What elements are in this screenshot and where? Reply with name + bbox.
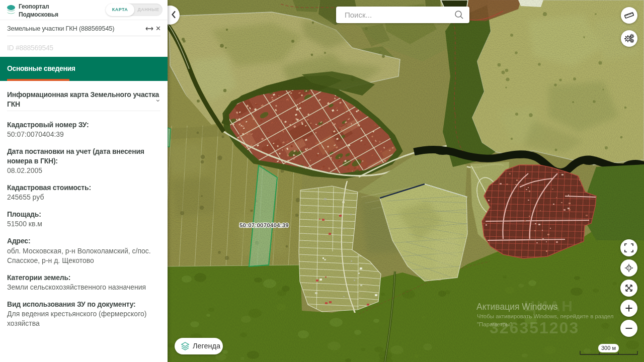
- svg-text:50:07:0070404:39: 50:07:0070404:39: [239, 222, 289, 228]
